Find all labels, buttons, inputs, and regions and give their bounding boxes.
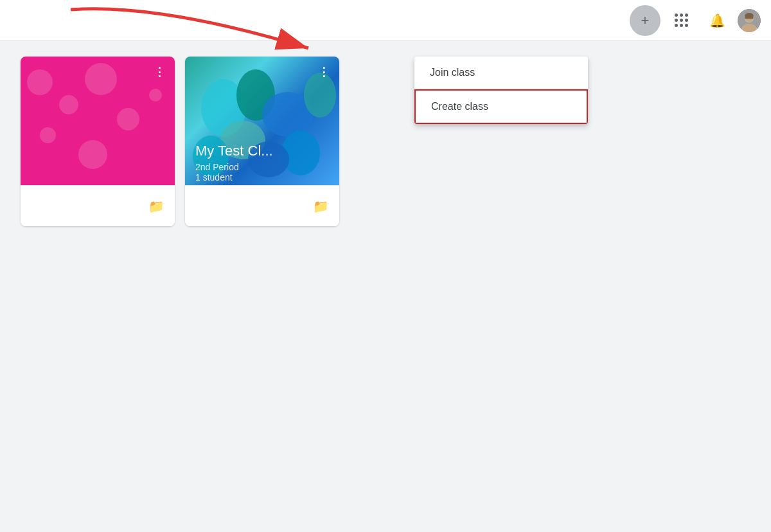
svg-rect-6 [745, 15, 754, 19]
card-more-button-1[interactable]: ⋮ [149, 62, 170, 82]
bell-icon: 🔔 [709, 13, 725, 28]
join-class-item[interactable]: Join class [414, 57, 588, 89]
app-header: + 🔔 [0, 0, 771, 41]
header-actions: + 🔔 [630, 5, 761, 36]
dropdown-menu: Join class Create class [414, 57, 588, 124]
card-header-blue: My Test Cl... 2nd Period 1 student ⋮ [185, 57, 339, 185]
notification-button[interactable]: 🔔 [702, 5, 732, 36]
avatar-image [738, 9, 761, 32]
card-count-2: 1 student [195, 172, 233, 182]
user-avatar[interactable] [738, 9, 761, 32]
card-footer-1: 📁 [21, 185, 175, 226]
class-card-1: ⋮ 📁 [21, 57, 175, 226]
card-subtitle-2: 2nd Period [195, 162, 239, 172]
add-button[interactable]: + [630, 5, 660, 36]
card-footer-2: 📁 [185, 185, 339, 226]
app-grid-button[interactable] [666, 5, 696, 36]
create-class-label: Create class [431, 101, 488, 112]
card-header-pink: ⋮ [21, 57, 175, 185]
card-title-2: My Test Cl... [195, 143, 314, 159]
create-class-item[interactable]: Create class [414, 89, 588, 124]
grid-icon [675, 13, 688, 27]
class-card-2: My Test Cl... 2nd Period 1 student ⋮ 📁 [185, 57, 339, 226]
plus-icon: + [641, 12, 650, 29]
folder-icon-2[interactable]: 📁 [313, 199, 329, 214]
main-content: ⋮ 📁 My Test Cl... 2nd Period 1 student ⋮ [0, 41, 771, 242]
join-class-label: Join class [430, 67, 475, 78]
card-more-button-2[interactable]: ⋮ [314, 62, 334, 82]
folder-icon-1[interactable]: 📁 [148, 199, 164, 214]
